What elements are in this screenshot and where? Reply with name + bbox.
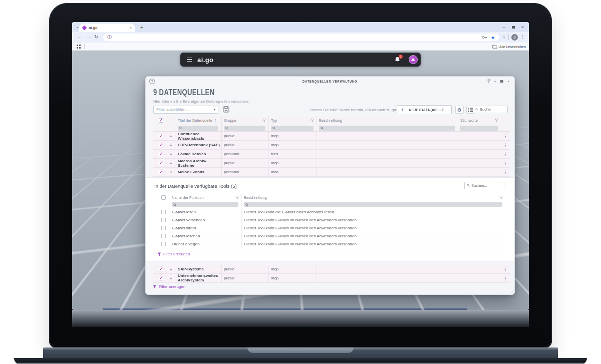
tool-checkbox[interactable] [161,226,166,230]
row-checkbox[interactable]: ✓ [159,134,163,138]
tool-row[interactable]: E-Mails versenden Dieses Tool kann E-Mai… [157,216,505,224]
table-row[interactable]: ✓ ▸ Unternehmensweites Archivsystem publ… [153,274,510,283]
row-menu-icon[interactable]: ⋮ [503,276,508,281]
new-tab-button[interactable]: + [140,24,143,30]
select-all-checkbox[interactable]: ✓ [159,118,163,123]
new-datasource-button[interactable]: + NEUE DATENQUELLE [397,105,452,114]
dialog-minimize-icon[interactable]: − [494,79,497,84]
search-input[interactable] [480,107,505,112]
settings-button[interactable]: ⚙ [455,106,464,114]
side-panel-star-icon[interactable]: ☆ [502,35,506,40]
row-checkbox[interactable]: ✓ [159,267,163,271]
expand-icon[interactable]: ▸ [170,161,172,165]
filter-icon[interactable] [235,196,239,199]
table-row[interactable]: ✓ ▸ Macros Archiv-Systeme public mcp ⋮ [153,159,510,168]
menu-icon[interactable] [187,58,192,62]
table-row[interactable]: ✓ ▸ ERP-Datenbank (SAP) public mcp ⋮ [153,141,510,150]
row-checkbox[interactable]: ✓ [159,152,163,156]
filter-icon[interactable] [499,196,503,199]
row-menu-icon[interactable]: ⋮ [503,143,508,148]
column-header-tool-beschreibung[interactable]: Beschreibung [241,194,505,201]
row-checkbox[interactable]: ✓ [159,276,163,280]
tool-row[interactable]: E-Mails löschen Dieses Tool kann E-Mails… [157,232,505,240]
window-maximize-button[interactable] [512,26,515,29]
expand-icon[interactable]: ▸ [170,152,172,156]
site-info-icon[interactable]: ⓘ [107,34,112,41]
row-menu-icon[interactable]: ⋮ [503,161,508,166]
user-avatar[interactable]: JN [409,55,418,64]
tools-search-input[interactable] [471,183,502,188]
expand-icon[interactable]: ▸ [170,276,172,280]
filter-icon[interactable] [311,119,314,122]
column-header-funktion[interactable]: Name der Funktion [170,194,241,201]
passkey-icon[interactable] [482,36,487,39]
tools-search[interactable] [464,182,504,189]
dialog-close-icon[interactable]: × [507,79,510,84]
collapse-icon[interactable]: ▾ [170,170,172,174]
table-row-expanded[interactable]: ✓ ▾ Meine E-Mails personal mail ⋮ [153,168,510,177]
filter-input-tool-beschreibung[interactable] [241,201,505,208]
browser-menu-icon[interactable]: ⋮ [520,34,525,39]
tool-row[interactable]: Ordner anlegen Dieses Tool kann E-Mails … [157,240,505,248]
table-row[interactable]: ✓ ▸ Lokale Dateien personal files ⋮ [153,150,510,159]
profile-avatar[interactable]: J [511,34,518,41]
datenquellen-dialog: ? DATENQUELLEN VERWALTUNG − × 9 DATENQUE… [145,76,515,295]
window-controls: − × [502,22,524,32]
cell-typ: mail [271,170,278,174]
row-menu-icon[interactable]: ⋮ [503,152,508,157]
tool-checkbox[interactable] [161,234,166,238]
column-header-titel[interactable]: Titel der Datenquelle↑ [176,116,221,125]
filter-input-typ[interactable] [268,125,317,131]
column-header-typ[interactable]: Typ [268,116,317,125]
column-header-beschreibung[interactable]: Beschreibung [317,116,458,125]
column-header-stichworte[interactable]: Stichworte [458,116,501,125]
window-minimize-button[interactable]: − [502,25,505,30]
reload-icon[interactable]: ↻ [94,34,98,40]
expand-icon[interactable]: ▸ [170,143,172,147]
tool-checkbox[interactable] [161,210,166,214]
tool-checkbox[interactable] [161,242,166,246]
expand-icon[interactable]: ▸ [170,134,172,138]
row-checkbox[interactable]: ✓ [159,170,163,174]
table-row[interactable]: ✓ ▸ SAP-Systeme public mcp ⋮ [153,265,510,274]
tool-checkbox[interactable] [161,218,166,222]
tool-row[interactable]: E-Mails filtern Dieses Tool kann E-Mails… [157,224,505,232]
tools-detail-section: In der Datenquelle verfügbare Tools (5) … [146,177,514,261]
filter-icon[interactable] [262,119,266,122]
browser-tab[interactable]: ai.go × [79,24,135,32]
row-checkbox[interactable]: ✓ [159,143,163,147]
table-search[interactable] [473,106,508,113]
row-checkbox[interactable]: ✓ [159,161,163,165]
filter-icon[interactable] [495,119,498,122]
tools-create-filter-link[interactable]: Filter erzeugen [157,252,505,256]
sort-asc-icon[interactable]: ↑ [214,118,216,123]
window-close-button[interactable]: × [521,25,524,30]
row-menu-icon[interactable]: ⋮ [503,170,508,175]
filter-input-titel[interactable] [176,125,221,131]
filter-input-funktion[interactable] [170,201,241,208]
filter-input-stichworte[interactable] [458,125,501,131]
table-row[interactable]: ✓ ▸ Confluence Wissensbasis public mcp ⋮ [153,132,510,141]
forward-icon[interactable]: → [86,34,91,40]
all-bookmarks-label[interactable]: Alle Lesezeichen [499,45,526,49]
apps-grid-icon[interactable] [77,45,81,49]
create-filter-link[interactable]: Filter erzeugen [153,284,185,289]
save-filter-icon[interactable] [223,106,229,113]
filter-input-beschreibung[interactable] [317,125,458,131]
filter-input-gruppe[interactable] [221,125,268,131]
bookmark-star-icon[interactable]: ★ [491,35,495,40]
notifications-button[interactable]: 7 [395,57,400,63]
filter-select[interactable]: Filter auswählen... ▾ [153,106,218,114]
tool-row[interactable]: E-Mails lesen Dieses Tool kann die E-Mai… [157,208,505,216]
column-header-gruppe[interactable]: Gruppe [221,116,268,125]
address-bar[interactable]: ⓘ ★ [103,34,499,41]
back-icon[interactable]: ← [77,34,82,40]
tools-select-all-checkbox[interactable] [161,195,166,200]
pin-icon[interactable] [487,79,490,84]
expand-icon[interactable]: ▸ [170,267,172,271]
row-menu-icon[interactable]: ⋮ [503,134,508,139]
dialog-maximize-icon[interactable] [500,80,503,83]
row-menu-icon[interactable]: ⋮ [503,267,508,272]
tab-close-icon[interactable]: × [129,26,132,30]
resize-gripper[interactable] [508,288,513,293]
